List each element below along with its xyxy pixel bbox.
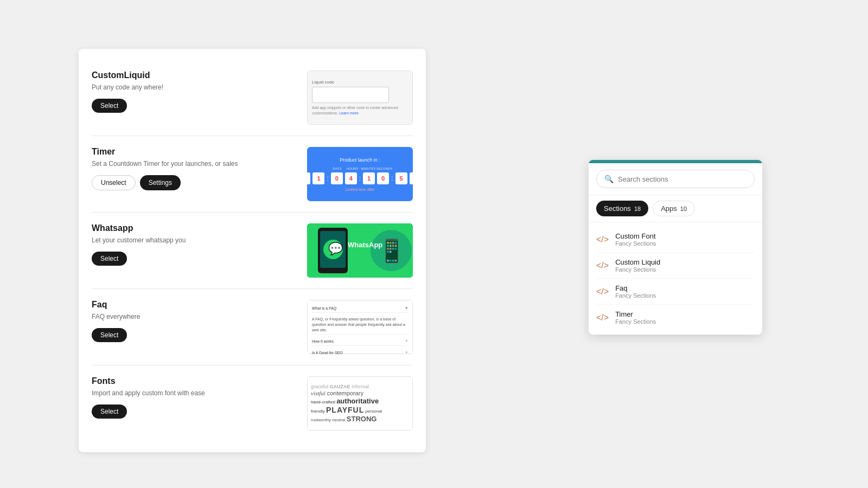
list-item-sub-custom-font: Fancy Sections (615, 240, 656, 247)
section-image-fonts: graceful GAUZAE informal vistful contemp… (307, 376, 413, 431)
section-image-timer: Product launch in : DAYS HOURS MINUTES S… (307, 147, 413, 201)
tab-apps-count: 10 (680, 206, 687, 212)
list-item-title-custom-liquid: Custom Liquid (615, 258, 660, 266)
list-item-custom-liquid[interactable]: </> Custom Liquid Fancy Sections (596, 253, 755, 279)
tab-sections[interactable]: Sections 18 (596, 201, 648, 216)
select-button-faq[interactable]: Select (92, 328, 127, 342)
section-custom-liquid: CustomLiquid Put any code any where! Sel… (92, 60, 413, 136)
section-title-whatsapp: Whatsapp (92, 223, 298, 233)
list-item-title-timer: Timer (615, 310, 656, 318)
whatsapp-bg-svg: 💬 📱 WhatsApp (307, 223, 413, 278)
unselect-button-timer[interactable]: Unselect (92, 175, 136, 190)
svg-text:WhatsApp: WhatsApp (348, 241, 382, 249)
section-desc-faq: FAQ everywhere (92, 313, 298, 320)
section-image-whatsapp: 💬 📱 WhatsApp (307, 223, 413, 278)
section-desc-fonts: Import and apply custom font with ease (92, 389, 298, 397)
section-image-faq: What is a FAQ ▾ A FAQ, or Frequently ask… (307, 300, 413, 354)
list-item-title-custom-font: Custom Font (615, 232, 656, 240)
search-icon: 🔍 (604, 175, 614, 183)
items-list: </> Custom Font Fancy Sections </> Custo… (589, 222, 762, 335)
tab-sections-count: 18 (634, 206, 641, 212)
search-input[interactable] (618, 175, 746, 183)
list-item-sub-timer: Fancy Sections (615, 318, 656, 325)
section-timer: Timer Set a Countdown Timer for your lau… (92, 136, 413, 213)
svg-text:💬: 💬 (328, 241, 343, 256)
section-whatsapp: Whatsapp Let your customer whatsapp you … (92, 213, 413, 289)
settings-button-timer[interactable]: Settings (140, 175, 181, 190)
section-actions-faq: Select (92, 328, 298, 342)
select-button-whatsapp[interactable]: Select (92, 252, 127, 266)
tab-sections-label: Sections (604, 204, 631, 213)
section-actions-custom-liquid: Select (92, 99, 298, 113)
list-item-title-faq: Faq (615, 284, 656, 292)
section-desc-whatsapp: Let your customer whatsapp you (92, 236, 298, 244)
section-actions-timer: Unselect Settings (92, 175, 298, 190)
search-panel: 🔍 Sections 18 Apps 10 </> Custom Font Fa… (589, 160, 762, 335)
list-item-custom-font[interactable]: </> Custom Font Fancy Sections (596, 227, 755, 253)
tabs-container: Sections 18 Apps 10 (589, 195, 762, 222)
search-container: 🔍 (589, 163, 762, 195)
section-title-faq: Faq (92, 300, 298, 310)
select-button-fonts[interactable]: Select (92, 404, 127, 419)
code-icon-faq: </> (596, 287, 609, 297)
list-item-sub-custom-liquid: Fancy Sections (615, 266, 660, 273)
section-desc-timer: Set a Countdown Timer for your launches,… (92, 160, 298, 168)
section-title-fonts: Fonts (92, 376, 298, 386)
list-item-faq[interactable]: </> Faq Fancy Sections (596, 279, 755, 305)
section-image-custom-liquid: Liquid code Add app snippets or other co… (307, 70, 413, 125)
section-actions-fonts: Select (92, 404, 298, 419)
section-title-timer: Timer (92, 147, 298, 157)
sections-panel: CustomLiquid Put any code any where! Sel… (79, 49, 426, 452)
tab-apps-label: Apps (661, 204, 677, 213)
list-item-timer[interactable]: </> Timer Fancy Sections (596, 305, 755, 330)
section-faq: Faq FAQ everywhere Select What is a FAQ … (92, 289, 413, 365)
code-icon-custom-font: </> (596, 235, 609, 245)
section-actions-whatsapp: Select (92, 252, 298, 266)
list-item-sub-faq: Fancy Sections (615, 292, 656, 299)
code-icon-timer: </> (596, 313, 609, 323)
section-desc-custom-liquid: Put any code any where! (92, 84, 298, 91)
section-fonts: Fonts Import and apply custom font with … (92, 365, 413, 441)
code-icon-custom-liquid: </> (596, 261, 609, 271)
section-title-custom-liquid: CustomLiquid (92, 70, 298, 80)
search-box: 🔍 (596, 170, 755, 188)
select-button-custom-liquid[interactable]: Select (92, 99, 127, 113)
tab-apps[interactable]: Apps 10 (653, 201, 695, 216)
